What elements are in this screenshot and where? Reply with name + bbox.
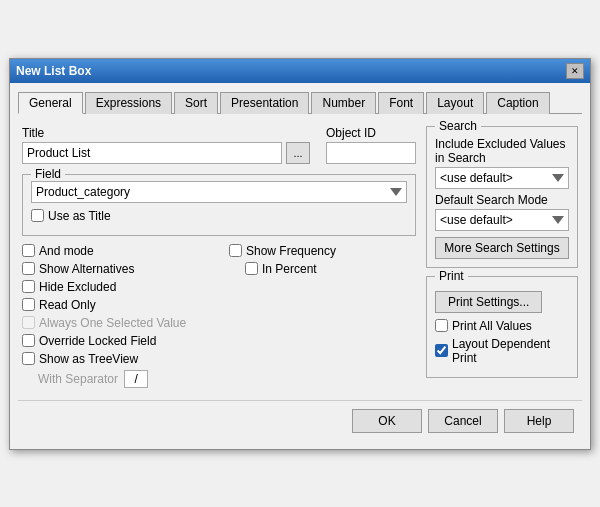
show-treeview-label: Show as TreeView — [39, 352, 138, 366]
left-checkboxes: And mode Show Alternatives Hide Excluded — [22, 244, 209, 388]
show-alternatives-label: Show Alternatives — [39, 262, 134, 276]
help-button[interactable]: Help — [504, 409, 574, 433]
object-id-label: Object ID — [326, 126, 416, 140]
always-one-selected-row: Always One Selected Value — [22, 316, 209, 330]
separator-row: With Separator — [38, 370, 209, 388]
tab-font[interactable]: Font — [378, 92, 424, 114]
title-bar: New List Box ✕ — [10, 59, 590, 83]
use-as-title-label: Use as Title — [48, 209, 111, 223]
in-percent-row: In Percent — [245, 262, 416, 276]
browse-button[interactable]: ... — [286, 142, 310, 164]
separator-input[interactable] — [124, 370, 148, 388]
tab-bar: General Expressions Sort Presentation Nu… — [18, 91, 582, 114]
override-locked-row: Override Locked Field — [22, 334, 209, 348]
print-all-checkbox[interactable] — [435, 319, 448, 332]
bottom-bar: OK Cancel Help — [18, 400, 582, 441]
right-panel: Search Include Excluded Values in Search… — [426, 126, 578, 388]
default-search-label: Default Search Mode — [435, 193, 569, 207]
field-select[interactable]: Product_category — [31, 181, 407, 203]
field-group-label: Field — [31, 167, 65, 181]
and-mode-row: And mode — [22, 244, 209, 258]
read-only-label: Read Only — [39, 298, 96, 312]
show-alternatives-checkbox[interactable] — [22, 262, 35, 275]
title-label: Title — [22, 126, 310, 140]
hide-excluded-row: Hide Excluded — [22, 280, 209, 294]
show-treeview-row: Show as TreeView — [22, 352, 209, 366]
include-excluded-label: Include Excluded Values in Search — [435, 137, 569, 165]
tab-caption[interactable]: Caption — [486, 92, 549, 114]
tab-expressions[interactable]: Expressions — [85, 92, 172, 114]
show-frequency-row: Show Frequency — [229, 244, 416, 258]
show-treeview-checkbox[interactable] — [22, 352, 35, 365]
search-group: Search Include Excluded Values in Search… — [426, 126, 578, 268]
read-only-checkbox[interactable] — [22, 298, 35, 311]
print-all-label: Print All Values — [452, 319, 532, 333]
and-mode-checkbox[interactable] — [22, 244, 35, 257]
always-one-checkbox[interactable] — [22, 316, 35, 329]
use-as-title-row: Use as Title — [31, 209, 407, 223]
print-all-row: Print All Values — [435, 319, 569, 333]
search-group-label: Search — [435, 119, 481, 133]
tab-sort[interactable]: Sort — [174, 92, 218, 114]
tab-number[interactable]: Number — [311, 92, 376, 114]
tab-layout[interactable]: Layout — [426, 92, 484, 114]
always-one-label: Always One Selected Value — [39, 316, 186, 330]
read-only-row: Read Only — [22, 298, 209, 312]
object-id-input[interactable] — [326, 142, 416, 164]
with-separator-label: With Separator — [38, 372, 118, 386]
layout-print-row: Layout Dependent Print — [435, 337, 569, 365]
main-window: New List Box ✕ General Expressions Sort … — [9, 58, 591, 450]
in-percent-checkbox[interactable] — [245, 262, 258, 275]
window-controls: ✕ — [566, 63, 584, 79]
more-search-button[interactable]: More Search Settings — [435, 237, 569, 259]
cancel-button[interactable]: Cancel — [428, 409, 498, 433]
override-locked-checkbox[interactable] — [22, 334, 35, 347]
title-input[interactable] — [22, 142, 282, 164]
default-search-select[interactable]: <use default> — [435, 209, 569, 231]
field-group: Field Product_category Use as Title — [22, 174, 416, 236]
tab-general[interactable]: General — [18, 92, 83, 114]
title-input-row: ... — [22, 142, 310, 164]
show-alternatives-row: Show Alternatives — [22, 262, 209, 276]
layout-print-checkbox[interactable] — [435, 344, 448, 357]
print-group-label: Print — [435, 269, 468, 283]
title-object-row: Title ... Object ID — [22, 126, 416, 164]
hide-excluded-label: Hide Excluded — [39, 280, 116, 294]
main-content: Title ... Object ID Field — [18, 122, 582, 392]
object-id-section: Object ID — [326, 126, 416, 164]
show-frequency-label: Show Frequency — [246, 244, 336, 258]
show-frequency-checkbox[interactable] — [229, 244, 242, 257]
right-checkboxes: Show Frequency In Percent — [229, 244, 416, 388]
window-title: New List Box — [16, 64, 91, 78]
print-group: Print Print Settings... Print All Values… — [426, 276, 578, 378]
layout-print-label: Layout Dependent Print — [452, 337, 569, 365]
ok-button[interactable]: OK — [352, 409, 422, 433]
title-section: Title ... — [22, 126, 310, 164]
left-panel: Title ... Object ID Field — [22, 126, 416, 388]
include-excluded-select[interactable]: <use default> — [435, 167, 569, 189]
tab-presentation[interactable]: Presentation — [220, 92, 309, 114]
window-body: General Expressions Sort Presentation Nu… — [10, 83, 590, 449]
print-settings-button[interactable]: Print Settings... — [435, 291, 542, 313]
override-locked-label: Override Locked Field — [39, 334, 156, 348]
use-as-title-checkbox[interactable] — [31, 209, 44, 222]
close-button[interactable]: ✕ — [566, 63, 584, 79]
in-percent-label: In Percent — [262, 262, 317, 276]
and-mode-label: And mode — [39, 244, 94, 258]
checkbox-columns: And mode Show Alternatives Hide Excluded — [22, 244, 416, 388]
hide-excluded-checkbox[interactable] — [22, 280, 35, 293]
